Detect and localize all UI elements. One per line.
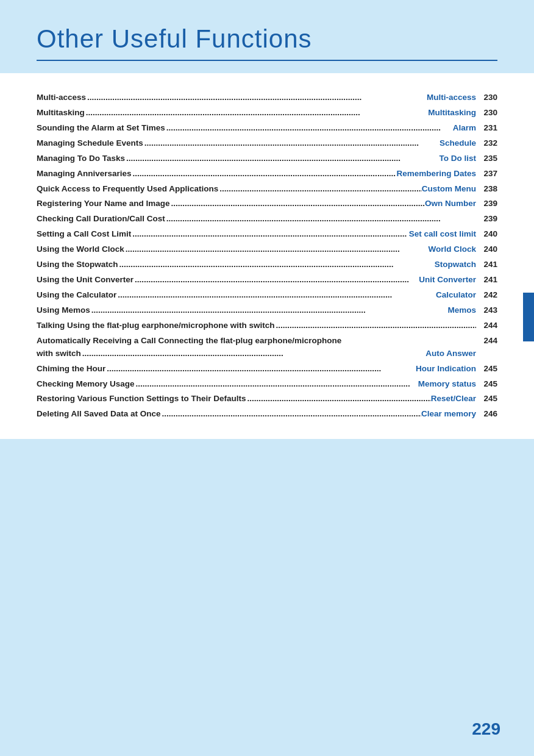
entry-text-set-call-cost: Setting a Call Cost Limit <box>37 228 131 241</box>
entry-page-remembering-dates: 237 <box>476 168 497 180</box>
toc-entry-reset-clear: Restoring Various Function Settings to T… <box>37 391 497 407</box>
toc-entry-world-clock: Using the World Clock...................… <box>37 242 497 257</box>
entry-dots-calculator: ........................................… <box>116 289 436 302</box>
toc-entry-memos: Using Memos.............................… <box>37 303 497 318</box>
right-tab-indicator <box>523 293 534 341</box>
entry-dots-clear-memory: ........................................… <box>161 408 421 421</box>
entry-dots-own-number: ........................................… <box>170 198 425 210</box>
entry-text-hour-indication: Chiming the Hour <box>37 363 105 376</box>
entry-dots-unit-converter: ........................................… <box>134 274 419 287</box>
entry-link-clear-memory: Clear memory <box>421 408 476 421</box>
entry-text-call-duration: Checking Call Duration/Call Cost <box>37 213 165 226</box>
entry-text-schedule: Managing Schedule Events <box>37 137 143 150</box>
entry-link-multitasking: Multitasking <box>428 107 476 119</box>
entry-link-reset-clear: Reset/Clear <box>431 393 476 405</box>
content-area: Multi-access............................… <box>0 73 534 439</box>
header-area: Other Useful Functions <box>0 0 534 73</box>
entry-link-stopwatch: Stopwatch <box>435 259 476 271</box>
toc-entry-alarm: Sounding the Alarm at Set Times.........… <box>37 121 497 136</box>
toc-entry-to-do-list: Managing To Do Tasks....................… <box>37 151 497 166</box>
entry-dots-memos: ........................................… <box>90 304 448 317</box>
toc-entry-call-duration: Checking Call Duration/Call Cost........… <box>37 212 497 227</box>
entry-dots-custom-menu: ........................................… <box>218 183 421 196</box>
toc-entry-custom-menu: Quick Access to Frequently Used Applicat… <box>37 182 497 197</box>
toc-entry-auto-answer: Automatically Receiving a Call Connectin… <box>37 333 497 362</box>
entry-page-hour-indication: 245 <box>476 363 497 376</box>
entry-dots-schedule: ........................................… <box>143 137 440 150</box>
entry-link-world-clock: World Clock <box>428 243 476 256</box>
entry-link-multi-access: Multi-access <box>427 91 476 104</box>
entry-text-own-number: Registering Your Name and Image <box>37 198 170 210</box>
toc-entry-unit-converter: Using the Unit Converter................… <box>37 273 497 288</box>
entry-page-schedule: 232 <box>476 137 497 150</box>
entry-text-calculator: Using the Calculator <box>37 289 116 302</box>
entry-page-calculator: 242 <box>476 289 497 302</box>
toc-entry-multi-access: Multi-access............................… <box>37 90 497 105</box>
toc-entry-calculator: Using the Calculator....................… <box>37 288 497 303</box>
divider-line <box>37 60 497 61</box>
entry-page-memos: 243 <box>476 304 497 317</box>
entry-page-unit-converter: 241 <box>476 274 497 287</box>
entry-dots-world-clock: ........................................… <box>124 243 429 256</box>
entry-text-memory-status: Checking Memory Usage <box>37 378 135 391</box>
entry-link-to-do-list: To Do list <box>440 152 477 165</box>
entry-dots-alarm: ........................................… <box>165 122 453 135</box>
toc-entry-hour-indication: Chiming the Hour........................… <box>37 362 497 377</box>
entry-text-multitasking: Multitasking <box>37 107 85 119</box>
entry-dots-multi-access: ........................................… <box>86 91 427 104</box>
entry-page-stopwatch: 241 <box>476 259 497 271</box>
entry-link-unit-converter: Unit Converter <box>419 274 476 287</box>
entry-text-alarm: Sounding the Alarm at Set Times <box>37 122 165 135</box>
entry-text-flat-plug: Talking Using the flat-plug earphone/mic… <box>37 319 275 332</box>
entry-page-reset-clear: 245 <box>476 393 497 405</box>
entry-dots-multitasking: ........................................… <box>85 107 428 119</box>
entry-page-memory-status: 245 <box>476 378 497 391</box>
entry-page-clear-memory: 246 <box>476 408 497 421</box>
entry-dots-set-call-cost: ........................................… <box>131 228 408 241</box>
entry-link-set-call-cost: Set call cost limit <box>409 228 476 241</box>
entry-page-world-clock: 240 <box>476 243 497 256</box>
entry-dots-reset-clear: ........................................… <box>246 393 431 405</box>
entry-dots-call-duration: ........................................… <box>165 213 476 226</box>
entry-dots-memory-status: ........................................… <box>135 378 418 391</box>
entry-link-memos: Memos <box>447 304 476 317</box>
entry-page-call-duration: 239 <box>476 213 497 226</box>
entry-text-clear-memory: Deleting All Saved Data at Once <box>37 408 161 421</box>
page-container: Other Useful Functions Multi-access.....… <box>0 0 534 756</box>
entry-text-memos: Using Memos <box>37 304 90 317</box>
entry-link-own-number: Own Number <box>425 198 476 210</box>
toc-entry-memory-status: Checking Memory Usage...................… <box>37 377 497 392</box>
toc-entry-flat-plug: Talking Using the flat-plug earphone/mic… <box>37 318 497 333</box>
toc-entry-multitasking: Multitasking............................… <box>37 105 497 121</box>
entry-text-custom-menu: Quick Access to Frequently Used Applicat… <box>37 183 218 196</box>
entry-page-custom-menu: 238 <box>476 183 497 196</box>
entry-page-own-number: 239 <box>476 198 497 210</box>
page-title: Other Useful Functions <box>37 24 497 54</box>
entry-link-alarm: Alarm <box>453 122 476 135</box>
toc-entry-schedule: Managing Schedule Events................… <box>37 136 497 151</box>
entry-text-world-clock: Using the World Clock <box>37 243 124 256</box>
entry-dots-stopwatch: ........................................… <box>118 259 435 271</box>
entry-text-reset-clear: Restoring Various Function Settings to T… <box>37 393 246 405</box>
entry-text-remembering-dates: Managing Anniversaries <box>37 168 132 180</box>
entry-link-memory-status: Memory status <box>418 378 476 391</box>
entry-dots-flat-plug: ........................................… <box>275 319 476 332</box>
page-number: 229 <box>472 719 500 739</box>
entry-text-to-do-list: Managing To Do Tasks <box>37 152 125 165</box>
entry-text-unit-converter: Using the Unit Converter <box>37 274 134 287</box>
entry-link-custom-menu: Custom Menu <box>422 183 476 196</box>
entry-text-stopwatch: Using the Stopwatch <box>37 259 118 271</box>
entry-page-flat-plug: 244 <box>476 319 497 332</box>
toc-entry-set-call-cost: Setting a Call Cost Limit...............… <box>37 227 497 242</box>
entry-link-remembering-dates: Remembering Dates <box>396 168 476 180</box>
entry-page-multitasking: 230 <box>476 107 497 119</box>
toc-entry-clear-memory: Deleting All Saved Data at Once.........… <box>37 407 497 422</box>
entry-page-set-call-cost: 240 <box>476 228 497 241</box>
toc-entry-own-number: Registering Your Name and Image.........… <box>37 196 497 212</box>
entry-link-calculator: Calculator <box>436 289 476 302</box>
toc-list: Multi-access............................… <box>37 90 497 422</box>
entry-dots-hour-indication: ........................................… <box>105 363 416 376</box>
entry-page-to-do-list: 235 <box>476 152 497 165</box>
entry-text-multi-access: Multi-access <box>37 91 86 104</box>
entry-dots-remembering-dates: ........................................… <box>132 168 397 180</box>
